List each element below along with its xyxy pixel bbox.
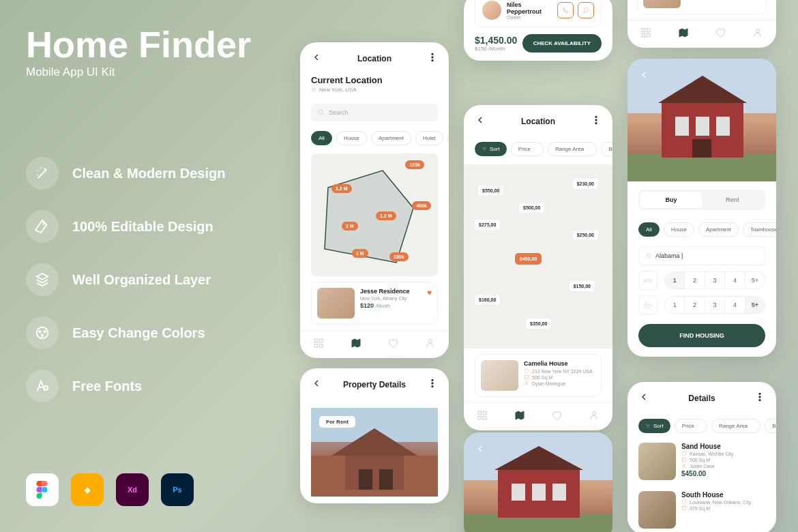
map-pin[interactable]: 123k: [405, 160, 424, 169]
back-button[interactable]: [636, 67, 652, 83]
filter-range[interactable]: Range Area: [711, 419, 760, 433]
map-pin[interactable]: 1.2 M: [376, 211, 396, 220]
favorite-icon[interactable]: ♥: [756, 0, 760, 8]
num-option[interactable]: 5+: [745, 272, 765, 289]
chip-apartment[interactable]: Apartment: [698, 222, 739, 237]
nav-heart-icon[interactable]: [387, 338, 398, 351]
nav-home-icon[interactable]: [477, 410, 488, 424]
property-card[interactable]: Camelia House 213 New York NY 3224 USA 5…: [475, 354, 602, 397]
check-availability-button[interactable]: CHECK AVAILABILITY: [522, 34, 602, 53]
chip-all[interactable]: All: [638, 222, 660, 237]
screen-location-map: Location Current Location New York, USA …: [300, 42, 449, 358]
num-option[interactable]: 3: [705, 297, 725, 313]
more-button[interactable]: [591, 115, 602, 128]
num-option[interactable]: 4: [725, 272, 745, 289]
num-option[interactable]: 2: [685, 297, 705, 313]
svg-rect-60: [682, 506, 685, 509]
screen-title: Property Details: [343, 380, 406, 389]
map-view[interactable]: 1.2 M 1.2 M 2 M 1 M 123k 400k 180k: [311, 153, 438, 276]
more-button[interactable]: [754, 391, 765, 405]
nav-home-icon[interactable]: [640, 27, 651, 41]
property-title: South House: [681, 491, 765, 499]
svg-rect-23: [359, 469, 372, 490]
svg-rect-58: [682, 458, 685, 461]
chip-condo[interactable]: Condo: [447, 131, 449, 145]
filter-bedroom[interactable]: Bedroom: [765, 419, 776, 433]
nav-heart-icon[interactable]: [551, 410, 562, 424]
num-option[interactable]: 2: [685, 272, 705, 289]
num-option[interactable]: 4: [725, 297, 745, 313]
num-option[interactable]: 3: [705, 272, 725, 289]
nav-profile-icon[interactable]: [589, 410, 600, 424]
svg-point-2: [44, 331, 46, 333]
chip-hotel[interactable]: Hotel: [415, 131, 443, 145]
more-button[interactable]: [427, 378, 438, 391]
price-marker[interactable]: $500,00: [518, 202, 545, 213]
figma-icon: [26, 473, 59, 506]
price-marker-active[interactable]: $450,00: [515, 253, 542, 265]
filter-range[interactable]: Range Area: [548, 142, 597, 156]
filter-price[interactable]: Price: [511, 142, 544, 156]
nav-profile-icon[interactable]: [425, 338, 436, 351]
price-marker[interactable]: $250,00: [572, 229, 599, 241]
list-item[interactable]: South House Louisiana, New Orleans, City…: [627, 486, 776, 532]
price-marker[interactable]: $275,00: [474, 219, 501, 231]
chip-all[interactable]: All: [311, 131, 332, 145]
property-card[interactable]: New York, Albany City $120 /Month ♥: [637, 0, 767, 14]
back-button[interactable]: [475, 115, 486, 128]
chip-house[interactable]: House: [336, 131, 367, 145]
sort-button[interactable]: Sort: [475, 142, 507, 156]
svg-rect-45: [647, 33, 651, 37]
find-housing-button[interactable]: FIND HOUSING: [638, 324, 765, 347]
filter-price[interactable]: Price: [675, 419, 707, 433]
search-input[interactable]: Search: [311, 104, 438, 121]
favorite-icon[interactable]: ♥: [427, 288, 432, 319]
nav-map-icon[interactable]: [351, 338, 361, 351]
price-marker[interactable]: $230,00: [572, 178, 599, 190]
back-button[interactable]: [311, 378, 322, 391]
back-button[interactable]: [311, 52, 322, 65]
price-marker[interactable]: $160,00: [474, 294, 501, 306]
chip-house[interactable]: House: [664, 222, 694, 237]
nav-home-icon[interactable]: [313, 338, 324, 351]
nav-map-icon[interactable]: [514, 410, 525, 424]
price-marker[interactable]: $350,00: [525, 318, 552, 329]
back-button[interactable]: [472, 441, 488, 457]
svg-point-34: [592, 412, 595, 415]
price-marker[interactable]: $150,00: [569, 280, 595, 292]
filter-bedroom[interactable]: Bedroom: [601, 142, 612, 156]
location-input[interactable]: Alabama |: [638, 246, 765, 265]
screen-title: Location: [521, 117, 555, 126]
map-view[interactable]: $550,00 $230,00 $500,00 $275,00 $250,00 …: [464, 164, 612, 349]
property-location: New York, Albany City: [360, 296, 422, 301]
nav-map-icon[interactable]: [678, 27, 689, 41]
map-pin[interactable]: 1 M: [352, 249, 368, 258]
num-option[interactable]: 1: [665, 297, 685, 313]
map-pin[interactable]: 2 M: [342, 222, 358, 231]
list-item[interactable]: Sand House Kansas, Wichita City 500 Sq.M…: [627, 437, 776, 486]
map-pin[interactable]: 1.2 M: [331, 184, 352, 193]
svg-point-8: [313, 89, 314, 90]
call-button[interactable]: [557, 2, 574, 18]
map-pin[interactable]: 180k: [389, 252, 409, 261]
more-button[interactable]: [427, 52, 438, 65]
nav-heart-icon[interactable]: [715, 27, 726, 41]
svg-rect-53: [716, 117, 730, 136]
sort-button[interactable]: Sort: [638, 419, 670, 433]
price-marker[interactable]: $550,00: [477, 185, 504, 196]
property-card[interactable]: Jesse Residence New York, Albany City $1…: [311, 282, 438, 325]
owner-card[interactable]: Niles Peppertrout Owner: [475, 0, 602, 27]
num-option[interactable]: 5+: [745, 297, 765, 313]
toggle-buy[interactable]: Buy: [640, 192, 702, 208]
svg-rect-30: [478, 411, 482, 415]
palette-icon: [26, 316, 59, 349]
chip-townhouse[interactable]: Townhouse: [743, 222, 776, 237]
toggle-rent[interactable]: Rent: [702, 192, 763, 208]
map-pin[interactable]: 400k: [412, 201, 431, 210]
num-option[interactable]: 1: [665, 272, 685, 289]
chat-button[interactable]: [578, 2, 594, 18]
chip-apartment[interactable]: Apartment: [371, 131, 411, 145]
bottom-nav: [464, 402, 612, 430]
back-button[interactable]: [638, 391, 649, 405]
nav-profile-icon[interactable]: [752, 27, 763, 41]
